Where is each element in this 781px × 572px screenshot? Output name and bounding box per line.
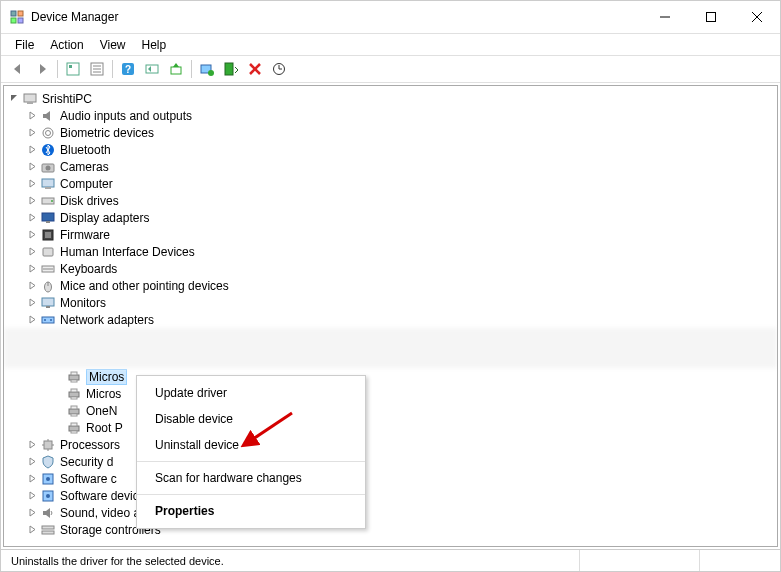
status-cell [700,550,780,571]
uninstall-device-button[interactable] [244,58,266,80]
tree-row[interactable]: Storage controllers [4,521,777,538]
category-label: Network adapters [60,313,154,327]
expand-icon[interactable] [26,179,38,188]
root-node[interactable]: SrishtiPC [4,90,777,107]
menu-file[interactable]: File [7,36,42,54]
tree-row[interactable]: Audio inputs and outputs [4,107,777,124]
expand-icon[interactable] [26,491,38,500]
expand-icon[interactable] [26,440,38,449]
tree-row[interactable]: Keyboards [4,260,777,277]
svg-rect-32 [42,179,54,187]
expand-icon[interactable] [26,457,38,466]
hid-icon [40,244,56,260]
device-label: Micros [86,387,121,401]
svg-rect-58 [71,389,77,392]
tree-row[interactable]: Security d [4,453,777,470]
svg-rect-65 [71,431,77,433]
tree-row[interactable]: Biometric devices [4,124,777,141]
svg-rect-1 [18,11,23,16]
minimize-button[interactable] [642,1,688,33]
back-button[interactable] [7,58,29,80]
svg-point-74 [46,494,50,498]
scan-hardware-button[interactable] [141,58,163,80]
tree-row[interactable]: Software c [4,470,777,487]
expand-icon[interactable] [26,315,38,324]
forward-button[interactable] [31,58,53,80]
toolbar: ? [1,55,780,83]
tree-row[interactable]: Cameras [4,158,777,175]
svg-rect-59 [71,397,77,399]
category-label: Mice and other pointing devices [60,279,229,293]
svg-point-53 [50,319,52,321]
tree-row[interactable]: Software devices [4,487,777,504]
menu-view[interactable]: View [92,36,134,54]
expand-icon[interactable] [26,213,38,222]
tree-row[interactable]: Disk drives [4,192,777,209]
tree-row[interactable]: Computer [4,175,777,192]
show-hide-console-button[interactable] [62,58,84,80]
svg-rect-9 [69,65,72,68]
device-tree[interactable]: SrishtiPC Audio inputs and outputsBiomet… [3,85,778,547]
svg-point-27 [43,128,53,138]
tree-row[interactable]: Sound, video and game controllers [4,504,777,521]
disk-icon [40,193,56,209]
expand-icon[interactable] [26,508,38,517]
firmware-icon [40,227,56,243]
tree-row[interactable]: Network adapters [4,311,777,328]
expand-icon[interactable] [26,145,38,154]
svg-rect-75 [43,511,46,515]
enable-device-button[interactable] [196,58,218,80]
menu-help[interactable]: Help [134,36,175,54]
menu-action[interactable]: Action [42,36,91,54]
menuitem-scan-hardware[interactable]: Scan for hardware changes [137,465,365,491]
category-label: Keyboards [60,262,117,276]
tree-row[interactable]: Processors [4,436,777,453]
printer-icon [66,369,82,385]
svg-point-35 [51,200,53,202]
tree-row[interactable]: Bluetooth [4,141,777,158]
expand-icon[interactable] [26,111,38,120]
tree-row[interactable]: Display adapters [4,209,777,226]
expand-icon[interactable] [26,230,38,239]
disable-device-button[interactable] [220,58,242,80]
svg-rect-5 [707,13,716,22]
help-button[interactable]: ? [117,58,139,80]
menuitem-properties[interactable]: Properties [137,498,365,524]
tree-row[interactable]: Human Interface Devices [4,243,777,260]
tree-row[interactable]: Monitors [4,294,777,311]
svg-rect-17 [171,67,181,74]
svg-rect-56 [71,380,77,382]
security-icon [40,454,56,470]
expand-icon[interactable] [26,281,38,290]
category-label: Security d [60,455,113,469]
expand-icon[interactable] [26,162,38,171]
device-row[interactable]: Micros [4,385,777,402]
close-button[interactable] [734,1,780,33]
expand-icon[interactable] [8,94,20,103]
svg-rect-25 [27,102,33,104]
device-row[interactable]: Root P [4,419,777,436]
toolbar-separator [57,60,58,78]
svg-rect-50 [46,306,50,308]
maximize-button[interactable] [688,1,734,33]
software-icon [40,471,56,487]
properties-button[interactable] [86,58,108,80]
tree-row[interactable]: Firmware [4,226,777,243]
expand-icon[interactable] [26,474,38,483]
update-driver-button[interactable] [165,58,187,80]
expand-icon[interactable] [26,247,38,256]
expand-icon[interactable] [26,196,38,205]
expand-icon[interactable] [26,298,38,307]
device-label: Micros [86,369,127,385]
expand-icon[interactable] [26,525,38,534]
speaker-icon [40,108,56,124]
window-controls [642,1,780,33]
tree-row[interactable]: Mice and other pointing devices [4,277,777,294]
svg-rect-20 [225,63,233,75]
scan-button[interactable] [268,58,290,80]
device-row[interactable]: Micros [4,368,777,385]
expand-icon[interactable] [26,128,38,137]
menuitem-update-driver[interactable]: Update driver [137,380,365,406]
expand-icon[interactable] [26,264,38,273]
device-row[interactable]: OneN [4,402,777,419]
